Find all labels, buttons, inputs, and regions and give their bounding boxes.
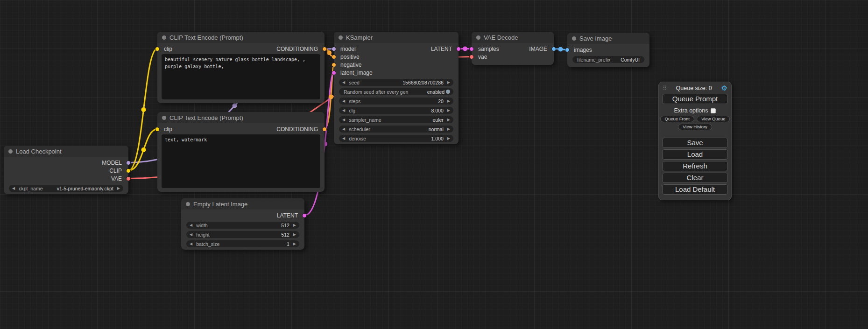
output-port-conditioning[interactable] <box>322 127 327 132</box>
decrement-arrow-icon[interactable]: ◀ <box>342 127 345 131</box>
decrement-arrow-icon[interactable]: ◀ <box>190 242 192 246</box>
increment-arrow-icon[interactable]: ▶ <box>293 233 296 237</box>
decrement-arrow-icon[interactable]: ◀ <box>342 137 345 140</box>
cfg-widget[interactable]: ◀ cfg 8.000 ▶ <box>339 107 453 114</box>
scheduler-widget[interactable]: ◀ scheduler normal ▶ <box>339 126 453 133</box>
drag-handle-icon[interactable]: ⠿ <box>663 85 667 91</box>
steps-widget[interactable]: ◀ steps 20 ▶ <box>339 98 453 105</box>
increment-arrow-icon[interactable]: ▶ <box>447 81 450 84</box>
width-widget[interactable]: ◀ width 512 ▶ <box>186 222 299 229</box>
node-title-bar[interactable]: CLIP Text Encode (Prompt) <box>157 112 325 123</box>
widget-label: height <box>196 232 281 238</box>
decrement-arrow-icon[interactable]: ◀ <box>190 224 192 227</box>
node-collapse-dot-icon[interactable] <box>572 36 576 41</box>
output-port-clip[interactable] <box>126 168 131 173</box>
decrement-arrow-icon[interactable]: ◀ <box>342 81 345 84</box>
input-slot-vae: vae <box>472 53 554 61</box>
node-clip-text-encode-positive[interactable]: CLIP Text Encode (Prompt) clip CONDITION… <box>157 32 325 103</box>
output-port-model[interactable] <box>126 161 131 165</box>
input-port-latent-image[interactable] <box>332 70 336 75</box>
node-clip-text-encode-negative[interactable]: CLIP Text Encode (Prompt) clip CONDITION… <box>157 112 325 192</box>
load-default-button[interactable]: Load Default <box>662 184 728 195</box>
filename-prefix-widget[interactable]: filename_prefix ComfyUI <box>572 56 644 63</box>
widget-label: Random seed after every gen <box>344 89 427 95</box>
increment-arrow-icon[interactable]: ▶ <box>447 118 450 122</box>
settings-gear-icon[interactable]: ⚙ <box>721 84 727 91</box>
widget-label: cfg <box>349 108 431 113</box>
node-title-bar[interactable]: VAE Decode <box>472 32 554 43</box>
output-slot-label: IMAGE <box>529 46 547 52</box>
input-port-clip[interactable] <box>155 127 160 132</box>
input-port-samples[interactable] <box>469 47 474 51</box>
increment-arrow-icon[interactable]: ▶ <box>447 127 450 131</box>
toggle-dot-icon[interactable] <box>446 90 450 94</box>
denoise-widget[interactable]: ◀ denoise 1.000 ▶ <box>339 135 453 142</box>
queue-panel: ⠿ Queue size: 0 ⚙ Queue Prompt Extra opt… <box>658 82 732 200</box>
node-collapse-dot-icon[interactable] <box>162 35 166 40</box>
widget-label: seed <box>349 80 402 85</box>
increment-arrow-icon[interactable]: ▶ <box>447 99 450 103</box>
node-load-checkpoint[interactable]: Load Checkpoint MODEL CLIP VAE ◀ ckpt_na… <box>4 146 128 194</box>
input-port-negative[interactable] <box>332 63 336 67</box>
input-port-images[interactable] <box>565 48 570 52</box>
output-port-latent[interactable] <box>456 47 461 51</box>
queue-front-button[interactable]: Queue Front <box>660 116 694 122</box>
clear-button[interactable]: Clear <box>662 173 728 183</box>
view-history-row: View History <box>659 124 731 130</box>
positive-prompt-textarea[interactable]: beautiful scenery nature glass bottle la… <box>162 54 320 99</box>
decrement-arrow-icon[interactable]: ◀ <box>342 109 345 112</box>
queue-size-label: Queue size: 0 <box>667 85 721 91</box>
decrement-arrow-icon[interactable]: ◀ <box>12 187 15 190</box>
input-port-positive[interactable] <box>332 55 336 59</box>
output-port-vae[interactable] <box>126 176 131 181</box>
node-title-bar[interactable]: CLIP Text Encode (Prompt) <box>157 32 325 43</box>
seed-widget[interactable]: ◀ seed 156680208700286 ▶ <box>339 79 453 86</box>
extra-options-checkbox[interactable] <box>711 108 716 113</box>
ckpt-name-widget[interactable]: ◀ ckpt_name v1-5-pruned-emaonly.ckpt ▶ <box>9 185 123 192</box>
output-port-image[interactable] <box>551 47 556 51</box>
node-vae-decode[interactable]: VAE Decode samples IMAGE vae <box>472 32 554 65</box>
input-port-vae[interactable] <box>469 55 474 59</box>
node-title: CLIP Text Encode (Prompt) <box>169 114 243 121</box>
decrement-arrow-icon[interactable]: ◀ <box>190 233 192 237</box>
node-collapse-dot-icon[interactable] <box>339 35 343 40</box>
widget-label: filename_prefix <box>577 57 621 63</box>
output-port-latent[interactable] <box>302 213 307 218</box>
height-widget[interactable]: ◀ height 512 ▶ <box>186 231 299 238</box>
view-queue-button[interactable]: View Queue <box>697 116 730 122</box>
node-graph-canvas[interactable]: Load Checkpoint MODEL CLIP VAE ◀ ckpt_na… <box>0 0 868 329</box>
node-collapse-dot-icon[interactable] <box>8 149 13 154</box>
view-history-button[interactable]: View History <box>678 124 712 130</box>
negative-prompt-textarea[interactable]: text, watermark <box>162 134 320 188</box>
node-title-bar[interactable]: Save Image <box>567 33 649 44</box>
node-title-bar[interactable]: KSampler <box>334 32 459 43</box>
output-slot-label: LATENT <box>431 46 452 52</box>
node-title-bar[interactable]: Empty Latent Image <box>181 198 304 210</box>
widget-value: 1.000 <box>431 136 444 141</box>
input-port-clip[interactable] <box>155 47 160 51</box>
node-title-bar[interactable]: Load Checkpoint <box>4 146 128 157</box>
node-collapse-dot-icon[interactable] <box>186 202 190 206</box>
node-collapse-dot-icon[interactable] <box>162 116 166 120</box>
sampler-name-widget[interactable]: ◀ sampler_name euler ▶ <box>339 116 453 123</box>
refresh-button[interactable]: Refresh <box>662 161 728 171</box>
node-empty-latent-image[interactable]: Empty Latent Image LATENT ◀ width 512 ▶ … <box>181 198 304 250</box>
random-seed-toggle-widget[interactable]: Random seed after every gen enabled <box>339 88 453 95</box>
queue-prompt-button[interactable]: Queue Prompt <box>662 94 728 104</box>
widget-label: width <box>196 223 281 228</box>
increment-arrow-icon[interactable]: ▶ <box>447 137 450 140</box>
batch-size-widget[interactable]: ◀ batch_size 1 ▶ <box>186 240 299 247</box>
increment-arrow-icon[interactable]: ▶ <box>293 242 296 246</box>
node-ksampler[interactable]: KSampler model LATENT positive negative … <box>334 32 459 144</box>
input-port-model[interactable] <box>332 47 336 51</box>
node-collapse-dot-icon[interactable] <box>476 35 480 40</box>
increment-arrow-icon[interactable]: ▶ <box>293 224 296 227</box>
decrement-arrow-icon[interactable]: ◀ <box>342 99 345 103</box>
increment-arrow-icon[interactable]: ▶ <box>447 109 450 112</box>
load-button[interactable]: Load <box>662 149 728 160</box>
increment-arrow-icon[interactable]: ▶ <box>117 187 120 190</box>
node-save-image[interactable]: Save Image images filename_prefix ComfyU… <box>567 33 649 67</box>
save-button[interactable]: Save <box>662 138 728 148</box>
decrement-arrow-icon[interactable]: ◀ <box>342 118 345 122</box>
output-port-conditioning[interactable] <box>322 47 327 51</box>
